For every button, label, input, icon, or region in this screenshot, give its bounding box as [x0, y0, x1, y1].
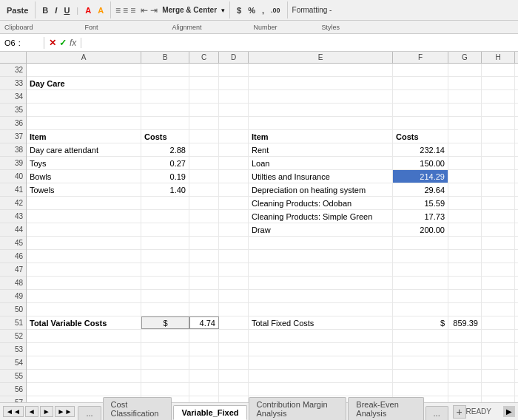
cell-35-H[interactable]	[482, 104, 515, 116]
cell-39-F[interactable]: 150.00	[393, 157, 448, 169]
cell-52-A[interactable]	[27, 330, 141, 342]
cell-43-A[interactable]	[27, 210, 141, 223]
dollar-button[interactable]: $	[235, 5, 243, 16]
cell-50-B[interactable]	[141, 303, 189, 316]
highlight-button[interactable]: A	[95, 5, 106, 16]
cell-45-E[interactable]	[249, 237, 393, 249]
cell-34-D[interactable]	[219, 90, 249, 103]
cell-33-B[interactable]	[141, 77, 189, 89]
cell-43-D[interactable]	[219, 210, 249, 223]
cell-46-C[interactable]	[189, 250, 219, 262]
cell-46-F[interactable]	[393, 250, 448, 262]
cell-33-D[interactable]	[219, 77, 249, 89]
cell-42-D[interactable]	[219, 197, 249, 209]
cell-40-D[interactable]	[219, 170, 249, 183]
cell-36-E[interactable]	[249, 117, 393, 129]
cell-44-B[interactable]	[141, 223, 189, 236]
cell-38-H[interactable]	[482, 143, 515, 156]
cell-32-A[interactable]	[27, 64, 141, 76]
cell-49-F[interactable]	[393, 290, 448, 302]
cell-36-C[interactable]	[189, 117, 219, 129]
cell-39-D[interactable]	[219, 157, 249, 169]
cell-54-E[interactable]	[249, 356, 393, 369]
cell-39-E[interactable]: Loan	[249, 157, 393, 169]
cell-48-F[interactable]	[393, 277, 448, 289]
cell-33-G[interactable]	[448, 77, 482, 89]
cell-41-E[interactable]: Depreciation on heating system	[249, 183, 393, 196]
cell-45-C[interactable]	[189, 237, 219, 249]
cell-54-F[interactable]	[393, 356, 448, 369]
cell-37-F[interactable]: Costs	[393, 130, 448, 143]
percent-button[interactable]: %	[246, 5, 258, 16]
cell-53-D[interactable]	[219, 343, 249, 356]
cell-52-G[interactable]	[448, 330, 482, 342]
cell-34-C[interactable]	[189, 90, 219, 103]
cell-45-A[interactable]	[27, 237, 141, 249]
sheet-tab-4[interactable]: Break-Even Analysis	[348, 397, 423, 420]
cell-42-E[interactable]: Cleaning Products: Odoban	[249, 197, 393, 209]
cell-46-D[interactable]	[219, 250, 249, 262]
cell-45-H[interactable]	[482, 237, 515, 249]
cell-53-C[interactable]	[189, 343, 219, 356]
cell-38-B[interactable]: 2.88	[141, 143, 189, 156]
cell-32-E[interactable]	[249, 64, 393, 76]
cell-53-G[interactable]	[448, 343, 482, 356]
cell-52-E[interactable]	[249, 330, 393, 342]
cell-48-C[interactable]	[189, 277, 219, 289]
col-header-D[interactable]: D	[219, 52, 249, 63]
nav-arrows[interactable]: ◄◄ ◄ ► ►►	[3, 406, 75, 417]
cell-33-C[interactable]	[189, 77, 219, 89]
cell-46-G[interactable]	[448, 250, 482, 262]
cancel-icon[interactable]: ✕	[49, 38, 56, 48]
cell-36-D[interactable]	[219, 117, 249, 129]
cell-33-E[interactable]	[249, 77, 393, 89]
cell-43-C[interactable]	[189, 210, 219, 223]
cell-41-C[interactable]	[189, 183, 219, 196]
cell-51-E[interactable]: Total Fixed Costs	[249, 316, 393, 329]
cell-40-F[interactable]: 214.29	[393, 170, 448, 183]
cell-49-A[interactable]	[27, 290, 141, 302]
cell-33-A[interactable]: Day Care	[27, 77, 141, 89]
cell-49-E[interactable]	[249, 290, 393, 302]
cell-47-F[interactable]	[393, 263, 448, 276]
cell-32-G[interactable]	[448, 64, 482, 76]
cell-39-A[interactable]: Toys	[27, 157, 141, 169]
cell-56-D[interactable]	[219, 383, 249, 396]
cell-56-E[interactable]	[249, 383, 393, 396]
cell-34-G[interactable]	[448, 90, 482, 103]
cell-42-G[interactable]	[448, 197, 482, 209]
cell-54-H[interactable]	[482, 356, 515, 369]
cell-42-H[interactable]	[482, 197, 515, 209]
cell-34-H[interactable]	[482, 90, 515, 103]
cell-36-B[interactable]	[141, 117, 189, 129]
cell-43-E[interactable]: Cleaning Products: Simple Green	[249, 210, 393, 223]
cell-37-B[interactable]: Costs	[141, 130, 189, 143]
cell-55-C[interactable]	[189, 370, 219, 382]
cell-42-A[interactable]	[27, 197, 141, 209]
cell-44-C[interactable]	[189, 223, 219, 236]
cell-36-F[interactable]	[393, 117, 448, 129]
cell-45-B[interactable]	[141, 237, 189, 249]
cell-48-H[interactable]	[482, 277, 515, 289]
cell-52-F[interactable]	[393, 330, 448, 342]
col-header-H[interactable]: H	[482, 52, 515, 63]
cell-55-G[interactable]	[448, 370, 482, 382]
cell-43-F[interactable]: 17.73	[393, 210, 448, 223]
cell-55-A[interactable]	[27, 370, 141, 382]
cell-39-G[interactable]	[448, 157, 482, 169]
cell-47-E[interactable]	[249, 263, 393, 276]
cell-47-H[interactable]	[482, 263, 515, 276]
cell-50-E[interactable]	[249, 303, 393, 316]
cell-36-A[interactable]	[27, 117, 141, 129]
cell-43-B[interactable]	[141, 210, 189, 223]
col-header-F[interactable]: F	[393, 52, 448, 63]
cell-35-C[interactable]	[189, 104, 219, 116]
cell-55-E[interactable]	[249, 370, 393, 382]
cell-33-F[interactable]	[393, 77, 448, 89]
cell-34-B[interactable]	[141, 90, 189, 103]
decimal-button[interactable]: .00	[269, 6, 283, 15]
cell-44-F[interactable]: 200.00	[393, 223, 448, 236]
col-header-C[interactable]: C	[189, 52, 219, 63]
cell-52-H[interactable]	[482, 330, 515, 342]
cell-35-F[interactable]	[393, 104, 448, 116]
